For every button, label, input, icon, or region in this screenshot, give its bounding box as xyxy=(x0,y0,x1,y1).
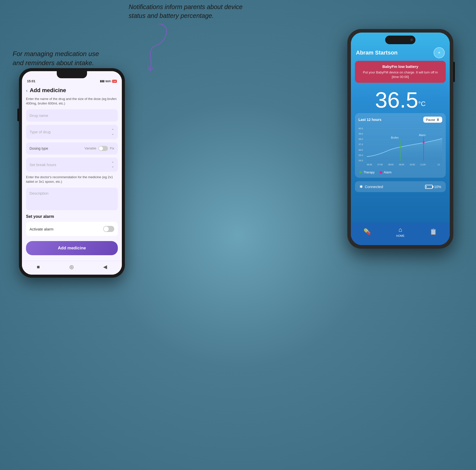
activate-alarm-row: Activate alarm xyxy=(26,222,118,236)
battery-fill xyxy=(426,186,427,188)
therapy-label: Therapy xyxy=(363,171,375,174)
curved-arrow-icon xyxy=(139,21,172,78)
svg-text:Brufen: Brufen xyxy=(391,136,399,139)
left-phone: 15:01 ▮▮▮ WiFi 14 ‹ Add medicine Enter t… xyxy=(19,68,125,278)
svg-text:39.0: 39.0 xyxy=(358,133,363,135)
android-nav-back[interactable]: ◀ xyxy=(103,264,107,270)
svg-text:09:00: 09:00 xyxy=(399,163,404,166)
hint-text: Enter the name of the drug and the size … xyxy=(26,97,118,106)
dynamic-island xyxy=(385,36,415,44)
battery-percentage: 10% xyxy=(434,185,441,189)
back-button[interactable]: ‹ xyxy=(26,88,28,93)
temperature-display: 36.5°C xyxy=(351,86,450,113)
svg-text:06:00: 06:00 xyxy=(367,163,372,166)
dosing-toggle[interactable] xyxy=(98,146,108,151)
svg-text:40.0: 40.0 xyxy=(358,127,363,130)
svg-text:35.0: 35.0 xyxy=(358,154,363,156)
user-name: Abram Startson xyxy=(356,49,398,56)
connected-bar: ✱ Connected 10% xyxy=(355,181,446,192)
drug-name-input[interactable]: Drug name xyxy=(26,109,118,122)
svg-text:12: 12 xyxy=(438,163,440,166)
right-annotation-line1: Notifications inform parents about devic… xyxy=(129,3,243,10)
dosing-type-row: Dosing type Variable Fix xyxy=(26,142,118,154)
alarm-toggle[interactable] xyxy=(103,226,114,232)
right-annotation: Notifications inform parents about devic… xyxy=(129,3,243,20)
avatar[interactable]: + xyxy=(434,47,445,58)
home-label: HOME xyxy=(396,234,404,237)
pause-label: Pause xyxy=(426,118,435,122)
wifi-icon: WiFi xyxy=(105,80,111,83)
chart-title: Last 12 hours xyxy=(358,118,381,122)
left-annotation-line1: For managing medication use xyxy=(13,50,99,58)
svg-text:11:00: 11:00 xyxy=(420,163,426,166)
ios-bottom-nav: 💊 ⌂ HOME 📋 xyxy=(351,222,450,245)
connected-left: ✱ Connected xyxy=(359,184,383,189)
break-hours-select[interactable]: Set break hours ⌃⌄ xyxy=(26,158,118,172)
chevron-up-down-icon: ⌃⌄ xyxy=(111,129,114,135)
notification-title: BabyFm low battery xyxy=(359,64,442,69)
description-input[interactable]: Description xyxy=(26,188,118,210)
right-annotation-line2: status and battery percentage. xyxy=(129,12,214,19)
records-icon: 📋 xyxy=(430,228,437,235)
svg-text:34.0: 34.0 xyxy=(358,159,363,162)
screen-title: Add medicine xyxy=(30,87,66,94)
doctor-hint-text: Enter the doctor's recommendation for th… xyxy=(26,175,118,184)
android-bottom-nav: ■ ◎ ◀ xyxy=(22,261,122,275)
chart-legend: Therapy Alarm xyxy=(358,171,442,174)
battery-icon: 14 xyxy=(112,80,117,83)
svg-point-22 xyxy=(399,145,401,147)
notification-banner: BabyFm low battery Put your BabyFM devic… xyxy=(355,61,446,83)
svg-text:37.0: 37.0 xyxy=(358,143,363,146)
chevron-updown-icon: ⌃⌄ xyxy=(111,162,114,168)
dosing-right: Variable Fix xyxy=(85,146,114,151)
android-nav-home[interactable]: ◎ xyxy=(69,264,74,270)
alarm-section-title: Set your alarm xyxy=(26,214,118,219)
nav-item-home[interactable]: ⌂ HOME xyxy=(396,226,404,237)
android-nav-square[interactable]: ■ xyxy=(37,264,40,270)
home-icon: ⌂ xyxy=(399,226,402,233)
battery-status: 10% xyxy=(425,185,441,189)
notification-body: Put your BabyFM device on charge. It wil… xyxy=(359,70,442,79)
dosing-label: Dosing type xyxy=(30,146,48,150)
svg-point-21 xyxy=(423,141,425,143)
svg-text:08:00: 08:00 xyxy=(388,163,394,166)
nav-item-medicine[interactable]: 💊 xyxy=(363,228,371,235)
connected-label: Connected xyxy=(365,185,383,189)
temperature-chart: 40.0 39.0 38.0 37.0 36.0 35.0 34.0 xyxy=(358,125,442,168)
alarm-dot xyxy=(380,171,382,174)
time-display: 15:01 xyxy=(27,79,35,83)
camera-dot xyxy=(410,39,413,41)
status-icons: ▮▮▮ WiFi 14 xyxy=(100,80,117,83)
notch xyxy=(57,71,87,78)
side-button-left xyxy=(17,109,19,121)
pause-button[interactable]: Pause ⏸ xyxy=(423,117,442,123)
legend-therapy: Therapy xyxy=(359,171,375,174)
bluetooth-icon: ✱ xyxy=(359,184,363,189)
nav-item-records[interactable]: 📋 xyxy=(430,228,437,235)
therapy-dot xyxy=(359,171,362,174)
dosing-fix-label: Fix xyxy=(110,146,114,150)
pause-icon: ⏸ xyxy=(436,118,440,122)
side-button-right xyxy=(453,62,455,82)
chart-header: Last 12 hours Pause ⏸ xyxy=(358,117,442,123)
svg-text:Alarm: Alarm xyxy=(419,134,426,137)
chart-svg-wrapper: 40.0 39.0 38.0 37.0 36.0 35.0 34.0 xyxy=(358,125,442,169)
svg-text:07:00: 07:00 xyxy=(378,163,383,166)
chart-container: Last 12 hours Pause ⏸ 40.0 39.0 38.0 37.… xyxy=(355,113,446,178)
svg-text:38.0: 38.0 xyxy=(358,138,363,140)
add-medicine-button[interactable]: Add medicine xyxy=(26,241,118,255)
legend-alarm: Alarm xyxy=(380,171,391,174)
activate-alarm-label: Activate alarm xyxy=(30,227,53,231)
left-annotation-line2: and reminders about intake. xyxy=(13,59,94,67)
svg-text:10:00: 10:00 xyxy=(410,163,415,166)
temperature-unit: °C xyxy=(418,100,426,108)
medicine-icon: 💊 xyxy=(363,228,371,235)
type-of-drug-select[interactable]: Type of drug ⌃⌄ xyxy=(26,125,118,139)
screen-header: ‹ Add medicine xyxy=(22,85,122,97)
alarm-label: Alarm xyxy=(384,171,391,174)
right-phone: Abram Startson + BabyFm low battery Put … xyxy=(347,29,453,249)
signal-icon: ▮▮▮ xyxy=(100,80,104,83)
screen-content: Enter the name of the drug and the size … xyxy=(22,97,122,259)
left-annotation: For managing medication use and reminder… xyxy=(13,49,99,68)
dosing-variable-label: Variable xyxy=(85,146,96,150)
